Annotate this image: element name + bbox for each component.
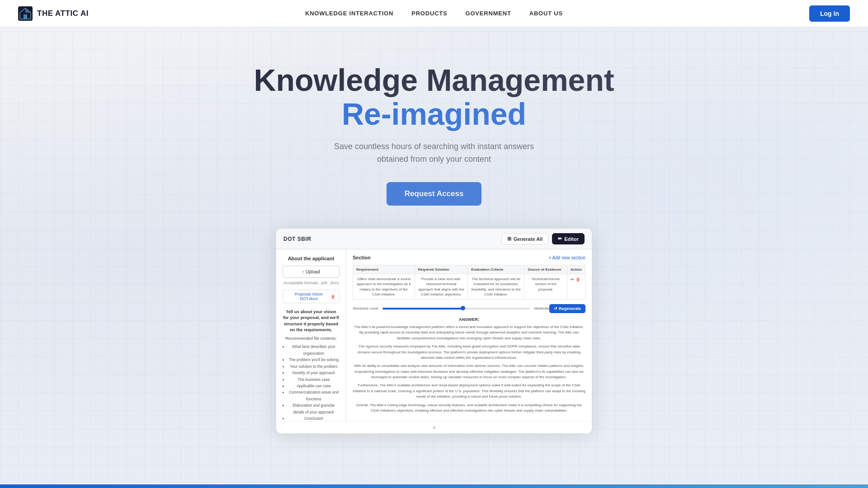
file-chip-name: Proposal Vision DOT.docx xyxy=(287,292,331,301)
request-access-button[interactable]: Request Access xyxy=(387,182,482,206)
upload-button[interactable]: ↑ Upload xyxy=(283,266,340,278)
login-button[interactable]: Log In xyxy=(809,5,850,22)
about-applicant-title: About the applicant xyxy=(283,256,340,261)
answer-paragraph-3: Furthermore, The Attic's scalable archit… xyxy=(353,383,585,399)
demo-actions: ⊞ Generate All ✏ Editor xyxy=(501,233,585,244)
slider-row: Strictness Level Moderate ↺ Regenerate xyxy=(353,304,585,313)
table-row: Offers shall demonstrate a sound approac… xyxy=(353,274,585,300)
cell-requirement: Offers shall demonstrate a sound approac… xyxy=(353,274,415,300)
logo[interactable]: THE ATTIC AI xyxy=(18,6,89,21)
rec-item-3: Novelty of your approach xyxy=(288,370,340,376)
answer-paragraph-4: Overall, The Attic's cutting-edge techno… xyxy=(353,403,585,414)
demo-header: DOT SBIR ⊞ Generate All ✏ Editor xyxy=(276,229,592,249)
editor-label: Editor xyxy=(564,236,579,242)
rec-item-0: What best describes your organization xyxy=(288,343,340,357)
file-chip: Proposal Vision DOT.docx 🗑 xyxy=(283,290,340,303)
hero-section: Knowledge Management Re-imagined Save co… xyxy=(0,27,868,483)
chevron-up-icon: ∧ xyxy=(432,424,436,431)
hero-title-line1: Knowledge Management xyxy=(18,63,850,97)
rec-item-5: Applicable use case xyxy=(288,383,340,389)
left-panel: About the applicant ↑ Upload Acceptable … xyxy=(276,249,346,421)
edit-icon[interactable]: ✏ xyxy=(571,277,574,283)
generate-icon: ⊞ xyxy=(507,236,511,242)
section-header: Section + Add new section xyxy=(353,255,585,260)
col-action: Action xyxy=(567,265,585,274)
rec-item-4: The business case xyxy=(288,376,340,383)
rec-label: Recommended file contents: xyxy=(283,336,340,341)
rec-item-7: Elaboration and granular details of your… xyxy=(288,402,340,415)
generate-all-button[interactable]: ⊞ Generate All xyxy=(501,233,548,244)
delete-icon[interactable]: 🗑 xyxy=(576,277,580,283)
regenerate-button[interactable]: ↺ Regenerate xyxy=(549,304,585,313)
cell-evaluation-criteria: The technical approach will be evaluated… xyxy=(468,274,524,300)
nav-about-us[interactable]: ABOUT US xyxy=(529,10,563,17)
rec-item-2: Your solution to the problem xyxy=(288,363,340,370)
section-label: Section xyxy=(353,255,371,260)
slider-value: Moderate xyxy=(534,306,550,310)
answer-paragraph-1: The rigorous security measures employed … xyxy=(353,344,585,361)
slider-thumb xyxy=(461,306,465,310)
scroll-indicator: ∧ xyxy=(276,421,592,433)
hero-title: Knowledge Management Re-imagined xyxy=(18,63,850,131)
nav-knowledge-interaction[interactable]: KNOWLEDGE INTERACTION xyxy=(305,10,393,17)
answer-paragraph-2: With its ability to consolidate and anal… xyxy=(353,363,585,380)
cell-action: ✏ 🗑 xyxy=(567,274,585,300)
answer-label: ANSWER: xyxy=(353,317,585,322)
slider-fill xyxy=(382,308,463,310)
demo-card: DOT SBIR ⊞ Generate All ✏ Editor About xyxy=(276,228,592,434)
file-chip-delete[interactable]: 🗑 xyxy=(331,294,335,299)
nav-products[interactable]: PRODUCTS xyxy=(411,10,447,17)
svg-rect-3 xyxy=(24,14,27,19)
slider-label: Strictness Level xyxy=(353,306,378,310)
logo-text: THE ATTIC AI xyxy=(37,9,89,18)
bottom-bar xyxy=(0,484,868,488)
col-requirement: Requirement xyxy=(353,265,415,274)
file-formats-label: Acceptable formats: .pdf, .docx xyxy=(283,281,340,285)
hero-subtitle: Save countless hours of searching with i… xyxy=(18,140,850,166)
right-panel: Section + Add new section Requirement Re… xyxy=(346,249,592,421)
vision-prompt: Tell us about your vision for your propo… xyxy=(283,309,340,333)
demo-body: About the applicant ↑ Upload Acceptable … xyxy=(276,249,592,421)
demo-title: DOT SBIR xyxy=(283,236,311,242)
rec-item-8: Conclusion xyxy=(288,415,340,421)
editor-button[interactable]: ✏ Editor xyxy=(552,233,585,244)
cell-source-of-evidence: Technical/Volume section of the proposal… xyxy=(524,274,567,300)
cell-required-solution: Provide a clear and well-reasoned techni… xyxy=(415,274,467,300)
nav-government[interactable]: GOVERNMENT xyxy=(466,10,511,17)
add-section-link[interactable]: + Add new section xyxy=(549,255,585,260)
rec-item-6: Commercialization areas and functions xyxy=(288,389,340,402)
col-source-of-evidence: Source of Evidence xyxy=(524,265,567,274)
requirements-table: Requirement Required Solution Evaluation… xyxy=(353,265,585,300)
col-evaluation-criteria: Evaluation Criteria xyxy=(468,265,524,274)
generate-all-label: Generate All xyxy=(514,236,542,242)
rec-list: What best describes your organization Th… xyxy=(283,343,340,421)
demo-wrapper: DOT SBIR ⊞ Generate All ✏ Editor About xyxy=(18,228,850,461)
header: THE ATTIC AI KNOWLEDGE INTERACTION PRODU… xyxy=(0,0,868,27)
answer-paragraph-0: The Attic's AI-powered knowledge managem… xyxy=(353,324,585,341)
hero-subtitle-line2: obtained from only your content xyxy=(377,155,491,164)
logo-icon xyxy=(18,6,33,21)
editor-icon: ✏ xyxy=(558,236,562,242)
hero-subtitle-line1: Save countless hours of searching with i… xyxy=(334,142,534,151)
col-required-solution: Required Solution xyxy=(415,265,467,274)
slider-track[interactable] xyxy=(382,308,529,310)
rec-item-1: The problem you'll be solving xyxy=(288,357,340,363)
action-icons: ✏ 🗑 xyxy=(571,277,582,283)
hero-title-line2: Re-imagined xyxy=(18,97,850,131)
main-nav: KNOWLEDGE INTERACTION PRODUCTS GOVERNMEN… xyxy=(305,10,563,17)
